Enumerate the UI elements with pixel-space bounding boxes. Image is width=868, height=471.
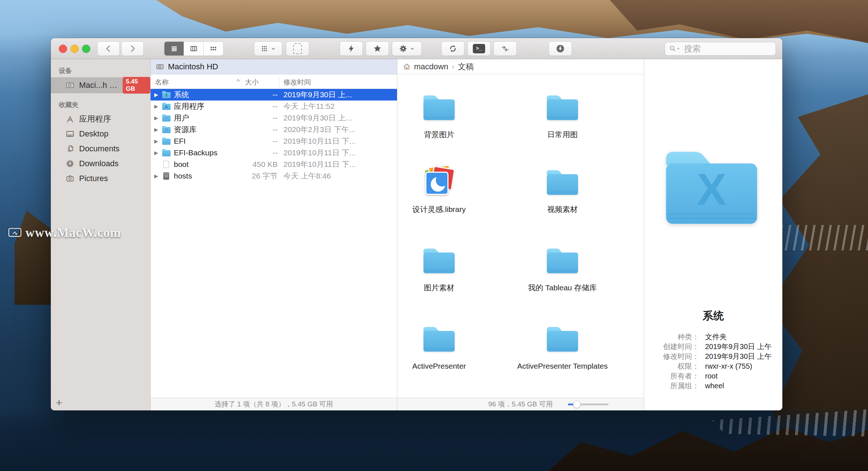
- preview-title: 系统: [644, 309, 782, 323]
- file-size: --: [241, 148, 278, 157]
- preview-details: 种类： 文件夹 创建时间： 2019年9月30日 上午 修改时间： 2019年9…: [644, 332, 782, 391]
- file-name: EFI: [174, 137, 241, 146]
- grid-item[interactable]: 背景图片: [397, 90, 497, 139]
- file-row[interactable]: ▶ hosts 26 字节 今天 上午8:46: [151, 170, 397, 182]
- forward-button[interactable]: [121, 41, 144, 56]
- grid-item[interactable]: ActivePresenter Templates: [504, 321, 621, 371]
- group-by-button[interactable]: [254, 41, 282, 56]
- column-divider: [241, 76, 242, 87]
- file-icon: [162, 139, 171, 145]
- file-size: --: [241, 137, 278, 146]
- breadcrumb-current[interactable]: 文稿: [458, 61, 474, 72]
- file-modified: 2019年9月30日 上...: [283, 113, 397, 123]
- terminal-button[interactable]: >_: [467, 41, 491, 56]
- applications-icon: [65, 114, 75, 124]
- folder-icon: [544, 246, 581, 276]
- file-row[interactable]: ▶ 用户 -- 2019年9月30日 上...: [151, 112, 397, 124]
- detail-value: rwxr-xr-x (755): [705, 362, 752, 370]
- column-header-name[interactable]: 名称: [155, 78, 169, 87]
- file-name: EFI-Backups: [174, 148, 241, 157]
- search-input[interactable]: [683, 44, 763, 54]
- folder-icon: [421, 246, 457, 276]
- close-button[interactable]: [59, 45, 67, 53]
- sidebar-item-favorite[interactable]: Desktop: [51, 126, 150, 141]
- minimize-button[interactable]: [70, 45, 79, 53]
- sidebar-item-label: Maci...h HD: [79, 81, 118, 90]
- sidebar-section-devices: 设备: [59, 66, 150, 75]
- add-button[interactable]: +: [56, 397, 62, 408]
- grid-item[interactable]: 设计灵感.library: [397, 164, 497, 214]
- preview-detail-row: 所有者： root: [644, 371, 782, 381]
- watermark-text: www.MacW.com: [25, 226, 121, 240]
- file-row[interactable]: ▶ boot 450 KB 2019年10月11日 下...: [151, 159, 397, 170]
- list-status-bar: 选择了 1 项（共 8 项），5.45 GB 可用: [151, 398, 397, 410]
- favorite-button[interactable]: [366, 41, 389, 56]
- column-header-modified[interactable]: 修改时间: [283, 78, 311, 87]
- disclosure-triangle-icon[interactable]: ▶: [154, 92, 162, 98]
- location-bar[interactable]: Macintosh HD: [151, 59, 397, 74]
- group-by-icon: [260, 44, 269, 53]
- file-icon: [162, 115, 171, 122]
- flash-button[interactable]: [340, 41, 363, 56]
- icon-size-slider[interactable]: [568, 404, 609, 405]
- sidebar-item-favorite[interactable]: Documents: [51, 141, 150, 156]
- file-row[interactable]: ▶ 资源库 -- 2020年2月3日 下午...: [151, 124, 397, 135]
- file-list: ▶ 系统 -- 2019年9月30日 上... ▶ 应用程序 -- 今天 上午1…: [151, 89, 397, 182]
- icon-view-button[interactable]: [204, 42, 223, 56]
- grid-item[interactable]: 日常用图: [504, 90, 621, 139]
- file-modified: 2019年10月11日 下...: [283, 148, 397, 158]
- list-view-button[interactable]: [164, 42, 184, 56]
- grid-item[interactable]: 视频素材: [504, 164, 621, 214]
- sidebar-item-favorite[interactable]: Downloads: [51, 156, 150, 171]
- file-icon: [163, 161, 169, 168]
- file-row[interactable]: ▶ EFI -- 2019年10月11日 下...: [151, 135, 397, 147]
- file-name: 用户: [174, 113, 241, 123]
- downloads-icon: [65, 159, 75, 168]
- disclosure-triangle-icon[interactable]: ▶: [154, 138, 162, 144]
- disclosure-triangle-icon[interactable]: ▶: [154, 115, 162, 121]
- column-header-size[interactable]: 大小: [245, 78, 259, 87]
- search-field[interactable]: [665, 42, 776, 56]
- disclosure-triangle-icon[interactable]: ▶: [154, 150, 162, 156]
- grid-item[interactable]: 图片素材: [397, 243, 497, 292]
- merge-button[interactable]: [494, 41, 517, 56]
- file-name: hosts: [174, 172, 241, 180]
- list-view-icon: [170, 44, 179, 53]
- file-row[interactable]: ▶ EFI-Backups -- 2019年10月11日 下...: [151, 147, 397, 159]
- file-modified: 2020年2月3日 下午...: [283, 124, 397, 135]
- sidebar-item-favorite[interactable]: Pictures: [51, 171, 150, 186]
- chevron-down-icon: [676, 46, 680, 51]
- disclosure-triangle-icon[interactable]: ▶: [154, 103, 162, 109]
- disclosure-triangle-icon[interactable]: ▶: [154, 127, 162, 132]
- back-button[interactable]: [97, 41, 120, 56]
- detail-label: 所属组：: [644, 381, 699, 391]
- breadcrumb-root[interactable]: macdown: [414, 62, 448, 71]
- sort-ascending-icon: ^: [237, 78, 240, 86]
- actions-button[interactable]: [392, 41, 422, 56]
- file-row[interactable]: ▶ 系统 -- 2019年9月30日 上...: [151, 89, 397, 101]
- sidebar-item-favorite[interactable]: 应用程序: [51, 111, 150, 126]
- slider-knob[interactable]: [573, 401, 581, 408]
- detail-value: 2019年9月30日 上午: [705, 352, 771, 361]
- icon-status-text: 96 项，5.45 GB 可用: [488, 400, 553, 409]
- star-icon: [373, 44, 382, 53]
- download-button[interactable]: [549, 41, 572, 56]
- grid-item[interactable]: ActivePresenter: [397, 321, 497, 371]
- folder-icon: [544, 324, 581, 355]
- file-modified: 2019年10月11日 下...: [283, 159, 397, 169]
- disclosure-triangle-icon[interactable]: ▶: [154, 173, 162, 179]
- sidebar-item-label: 应用程序: [79, 114, 111, 124]
- grid-item-label: 背景图片: [397, 130, 497, 139]
- grid-item-label: 我的 Tableau 存储库: [504, 283, 621, 292]
- file-row[interactable]: ▶ 应用程序 -- 今天 上午11:52: [151, 101, 397, 112]
- column-view-button[interactable]: [184, 42, 204, 56]
- monitor-icon: [8, 228, 22, 238]
- dashed-page-button[interactable]: [286, 41, 309, 56]
- grid-item[interactable]: 我的 Tableau 存储库: [504, 243, 621, 292]
- folder-icon: [544, 93, 581, 123]
- dashed-page-icon: [293, 43, 302, 54]
- sidebar-item-device[interactable]: Maci...h HD 5.45 GB: [51, 77, 150, 93]
- zoom-button[interactable]: [82, 45, 90, 53]
- sync-button[interactable]: [441, 41, 464, 56]
- lightning-icon: [347, 44, 356, 53]
